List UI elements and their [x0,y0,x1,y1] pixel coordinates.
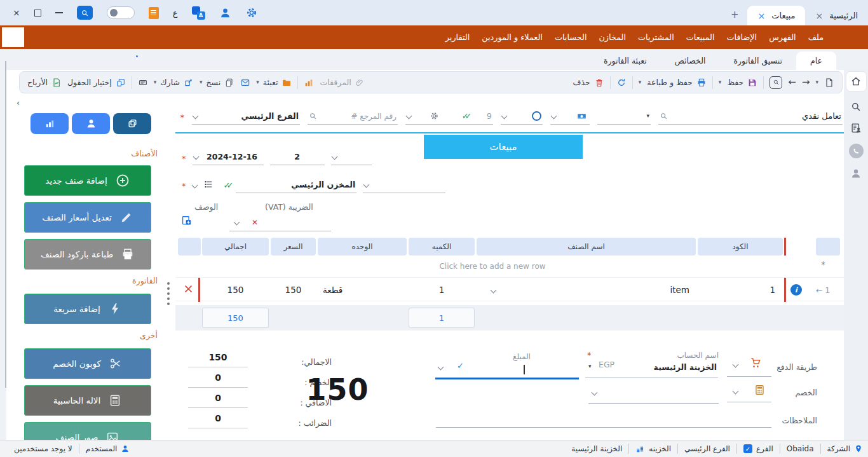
collapse-sidebar-icon[interactable]: ‹ [17,98,20,107]
attachments-button[interactable]: المرفقات [320,78,363,87]
discount-chevron-icon[interactable] [733,388,739,395]
invoice-number-field[interactable]: 2 [270,149,325,165]
currency-caret-icon[interactable]: ▾ [588,364,592,369]
branch-select[interactable]: الفرع الرئيسي [192,108,300,125]
cell-name[interactable]: item [477,278,689,302]
refresh-icon[interactable] [616,78,627,88]
status-treasury[interactable]: الخزينه [635,444,671,454]
save-print-button[interactable]: حفظ و طباعة [647,78,707,88]
new-document-icon[interactable] [824,78,834,88]
rail-user-icon[interactable] [850,168,862,179]
discount-total-value[interactable]: 0 [188,372,248,388]
items-mini-button[interactable] [113,113,151,134]
quick-add-button[interactable]: إضافة سريعة [24,294,151,324]
tax-status-field[interactable]: 9 ✓✓ [405,108,493,125]
delete-button[interactable]: حذف [573,78,604,88]
cell-qty[interactable]: 1 [409,278,475,302]
field-gear-icon[interactable] [430,111,439,121]
tab-sales[interactable]: مبيعات × [747,6,805,25]
new-document-dropdown-icon[interactable]: ▾ [815,79,818,85]
reference-number-field[interactable]: رقم المرجع # [308,108,398,125]
table-header-price[interactable]: السعر [271,238,316,256]
device-printer-icon[interactable] [138,78,148,88]
fill-button[interactable]: تعبئة ▾ [256,78,292,88]
add-tax-icon[interactable] [180,215,193,227]
settings-gear-icon[interactable] [245,6,258,19]
date-field[interactable]: 2024-12-16 [193,149,264,165]
drag-handle-dots[interactable] [167,292,170,295]
clear-tax-x-icon[interactable]: ✕ [252,219,258,226]
menu-purchases[interactable]: المشتريات [638,32,674,42]
view-tab-properties[interactable]: الخصائص [661,51,720,70]
theme-toggle[interactable] [107,6,135,19]
delete-row-x-icon[interactable] [180,283,196,294]
add-new-item-button[interactable]: إضافة صنف جديد [24,165,151,196]
reference-search-icon[interactable] [309,112,317,120]
customer-mini-button[interactable] [72,113,110,134]
cell-code[interactable]: 1 [698,278,775,302]
account-name-value[interactable]: الخزينة الرئيسية [620,362,717,372]
zoom-search-icon[interactable] [770,76,782,89]
menu-file[interactable]: ملف [808,32,824,42]
menu-sales[interactable]: المبيعات [686,32,715,42]
customer-search-icon[interactable] [660,112,668,120]
stats-mini-button[interactable] [31,113,69,134]
save-print-dropdown-icon[interactable]: ▾ [639,79,642,85]
menu-list-icon[interactable] [149,7,159,19]
table-header-qty[interactable]: الكميه [409,238,475,256]
cart-icon[interactable] [749,356,762,369]
amount-chevron-icon[interactable] [438,364,444,371]
table-row[interactable]: 150 150 قطعة 1 item 1 i ← 1 [175,277,844,301]
table-header-total[interactable]: اجمالي [202,238,269,256]
close-window-icon[interactable]: × [13,8,20,18]
menu-clients-suppliers[interactable]: العملاء و الموردين [482,32,543,42]
language-label[interactable]: ع [173,8,178,18]
fill-dropdown-icon[interactable]: ▾ [256,79,259,85]
status-circle-select[interactable] [501,108,543,125]
view-tab-invoice-fill[interactable]: تعبئة الفاتورة [590,51,661,70]
menu-warehouses[interactable]: المخازن [599,32,626,42]
share-button[interactable]: شارك ▾ [154,78,194,88]
currency-value[interactable]: EGP [599,360,614,369]
copy-button[interactable]: نسخ ▾ [200,78,234,88]
choose-fields-button[interactable]: إختيار الحقول [67,78,126,88]
menu-reports[interactable]: التقارير [445,32,470,42]
add-row-hint[interactable]: Click here to add a new row [202,257,783,276]
status-branch[interactable]: الفرع ✓ [743,444,773,453]
amount-field-underline[interactable] [435,378,579,379]
price-list-select[interactable]: ▾ [597,108,651,125]
cell-unit[interactable]: قطعة [318,278,402,302]
row-info-icon[interactable]: i [790,284,802,296]
view-tab-invoice-format[interactable]: تنسيق الفاتورة [719,51,796,70]
print-item-barcode-button[interactable]: طباعة باركود الصنف [24,239,151,269]
additional-value[interactable]: 0 [188,393,248,408]
notes-underline[interactable] [436,427,771,428]
new-tab-plus-icon[interactable]: + [731,9,739,20]
discount-account-chevron-icon[interactable] [592,390,598,396]
mail-envelope-icon[interactable] [240,78,250,88]
minimize-icon[interactable] [55,12,63,13]
translate-icon[interactable]: A [192,6,205,20]
tab-home[interactable]: الرئيسية × [805,6,868,25]
rail-search-icon[interactable] [850,101,862,113]
payment-kind-select[interactable] [550,108,590,125]
cell-price[interactable]: 150 [271,278,316,302]
discount-coupon-button[interactable]: كوبون الخصم [24,348,151,379]
cell-total[interactable]: 150 [202,278,269,302]
status-company[interactable]: الشركة [827,444,863,453]
table-header-name[interactable]: اسم الصنف [477,238,696,256]
warehouse-field[interactable]: المخزن الرئيسي [236,177,356,193]
global-search-button[interactable] [77,6,93,20]
customer-field[interactable]: تعامل نقدي [658,108,843,125]
rail-invoice-list-icon[interactable] [850,122,862,134]
total-value[interactable]: 150 [188,352,248,367]
menu-accounts[interactable]: الحسابات [555,32,587,42]
tab-home-close-icon[interactable]: × [815,11,823,20]
tax-select-field[interactable]: ✕ [229,214,331,231]
warehouse-list-icon[interactable] [203,179,214,189]
calculator-coins-icon[interactable] [754,384,766,396]
back-arrow-icon[interactable]: ← [788,78,796,87]
menu-addons[interactable]: الإضافات [726,32,757,42]
warehouse-extra-select[interactable] [363,177,445,193]
calculator-button[interactable]: الاله الحاسبية [24,385,151,416]
